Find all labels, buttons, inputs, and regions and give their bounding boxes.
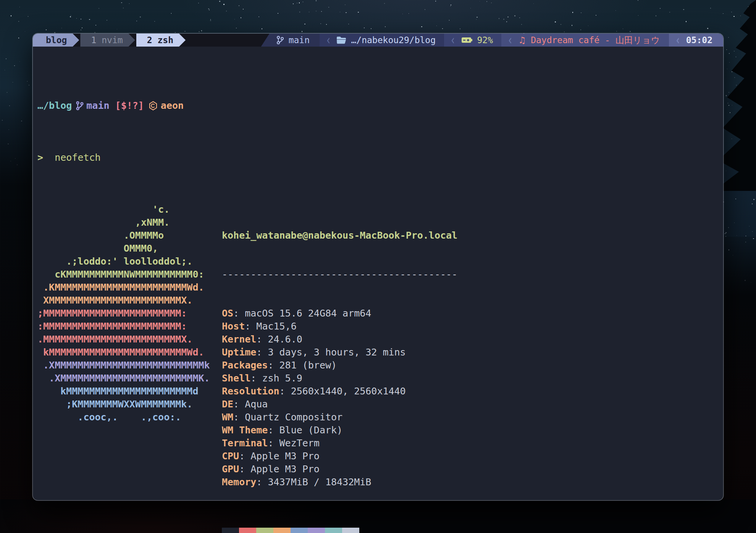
ascii-art-line: .;loddo:' loolloddol;. xyxy=(37,255,215,268)
cwd-text: …/nabekou29/blog xyxy=(351,34,436,47)
info-label: Uptime xyxy=(222,347,256,358)
prompt-symbol: > xyxy=(37,152,43,163)
info-value: zsh 5.9 xyxy=(262,373,302,384)
git-branch-icon xyxy=(76,101,84,111)
info-label: Kernel xyxy=(222,334,256,345)
ascii-art-line: 'c. xyxy=(37,203,215,216)
info-row: OS: macOS 15.6 24G84 arm64 xyxy=(222,307,457,320)
info-label: Packages xyxy=(222,360,268,371)
separator-chevron: ‹ xyxy=(675,34,680,47)
command-line: > neofetch xyxy=(37,151,718,164)
info-label: Resolution xyxy=(222,386,279,397)
dark-foliage-right xyxy=(719,237,756,533)
battery-percent: 92% xyxy=(477,34,493,47)
neofetch-output: 'c. ,xNMM. .OMMMMo OMMM0, .;loddo:' lool… xyxy=(37,203,718,533)
ascii-art-line: :MMMMMMMMMMMMMMMMMMMMMMMM: xyxy=(37,320,215,333)
battery-icon xyxy=(461,36,473,44)
palette-swatch xyxy=(222,528,239,533)
info-row: Packages: 281 (brew) xyxy=(222,359,457,372)
clock-text: 05:02 xyxy=(686,34,712,47)
info-row: CPU: Apple M3 Pro xyxy=(222,450,457,463)
neofetch-info: OS: macOS 15.6 24G84 arm64Host: Mac15,6K… xyxy=(222,307,457,489)
info-label: GPU xyxy=(222,464,239,475)
neofetch-info-column: kohei_watanabe@nabekous-MacBook-Pro.loca… xyxy=(222,203,457,533)
neofetch-color-palette xyxy=(222,528,457,533)
tab-blog[interactable]: blog xyxy=(33,34,79,47)
info-value: 3437MiB / 18432MiB xyxy=(268,476,371,488)
terminal-window: blog 1 nvim 2 zsh main ‹ xyxy=(33,34,723,500)
info-value: WezTerm xyxy=(279,438,320,449)
dark-foliage-left xyxy=(0,88,36,533)
info-label: Memory xyxy=(222,476,256,488)
music-note-icon: ♫ xyxy=(519,34,527,47)
git-branch-icon xyxy=(276,36,284,45)
prompt-context: aeon xyxy=(161,99,184,112)
ascii-art-line: .KMMMMMMMMMMMMMMMMMMMMMMMWd. xyxy=(37,281,215,294)
terminal-content[interactable]: …/blog main [$!?] aeon > neofetch 'c. ,x… xyxy=(33,47,723,533)
palette-swatch xyxy=(325,528,342,533)
ascii-art-line: ;MMMMMMMMMMMMMMMMMMMMMMMM: xyxy=(37,307,215,320)
palette-swatch xyxy=(239,528,256,533)
status-git-branch: main xyxy=(261,34,320,47)
prompt-git-status: [$!?] xyxy=(115,99,144,112)
info-label: OS xyxy=(222,308,233,319)
status-battery: ‹ 92% xyxy=(444,34,501,47)
palette-swatch xyxy=(308,528,325,533)
status-bar: main ‹ …/nabekou29/blog ‹ 9 xyxy=(261,34,723,47)
ascii-art-line: XMMMMMMMMMMMMMMMMMMMMMMMX. xyxy=(37,294,215,307)
info-label: DE xyxy=(222,399,233,410)
info-row: Host: Mac15,6 xyxy=(222,320,457,333)
tab-index: 2 xyxy=(147,34,152,47)
tab-index: 1 xyxy=(91,34,96,47)
ascii-art-line: .MMMMMMMMMMMMMMMMMMMMMMMMX. xyxy=(37,333,215,346)
palette-swatch xyxy=(273,528,291,533)
info-value: Mac15,6 xyxy=(256,321,296,332)
info-row: Resolution: 2560x1440, 2560x1440 xyxy=(222,385,457,398)
info-row: WM: Quartz Compositor xyxy=(222,411,457,424)
status-clock: ‹ 05:02 xyxy=(669,34,723,47)
palette-swatch xyxy=(256,528,273,533)
info-row: Terminal: WezTerm xyxy=(222,437,457,450)
info-label: Terminal xyxy=(222,438,268,449)
palette-swatch xyxy=(291,528,308,533)
info-value: Blue (Dark) xyxy=(279,425,343,436)
info-row: Uptime: 3 days, 3 hours, 32 mins xyxy=(222,346,457,359)
info-value: Apple M3 Pro xyxy=(250,464,320,475)
tab-label: nvim xyxy=(102,34,123,47)
prompt-path: …/blog xyxy=(37,99,72,112)
ascii-art-line: .OMMMMo xyxy=(37,229,215,242)
neofetch-user-host: kohei_watanabe@nabekous-MacBook-Pro.loca… xyxy=(222,229,457,242)
track-title: Daydream café - 山田リョウ xyxy=(531,34,660,47)
status-cwd: ‹ …/nabekou29/blog xyxy=(320,34,444,47)
neofetch-separator: ----------------------------------------… xyxy=(222,268,457,281)
folder-icon xyxy=(336,36,346,44)
ascii-art-line: cKMMMMMMMMMMNWMMMMMMMMMM0: xyxy=(37,268,215,281)
ascii-art-line: kMMMMMMMMMMMMMMMMMMMMMMd xyxy=(37,385,215,398)
info-label: Shell xyxy=(222,373,250,384)
neofetch-ascii-logo: 'c. ,xNMM. .OMMMMo OMMM0, .;loddo:' lool… xyxy=(37,203,215,533)
branch-name: main xyxy=(289,34,310,47)
ascii-art-line: .XMMMMMMMMMMMMMMMMMMMMMMMMMMk xyxy=(37,359,215,372)
tab-zsh[interactable]: 2 zsh xyxy=(136,34,186,47)
tab-nvim[interactable]: 1 nvim xyxy=(80,34,135,47)
tab-bar: blog 1 nvim 2 zsh main ‹ xyxy=(33,34,723,47)
info-value: 2560x1440, 2560x1440 xyxy=(291,386,406,397)
tab-label: blog xyxy=(46,34,67,47)
info-row: Kernel: 24.6.0 xyxy=(222,333,457,346)
info-value: Quartz Compositor xyxy=(245,412,342,423)
info-row: Memory: 3437MiB / 18432MiB xyxy=(222,476,457,489)
ascii-art-line: OMMM0, xyxy=(37,242,215,255)
ascii-art-line: .XMMMMMMMMMMMMMMMMMMMMMMMMK. xyxy=(37,372,215,385)
palette-swatch xyxy=(342,528,359,533)
prompt-line-1: …/blog main [$!?] aeon xyxy=(37,99,718,112)
info-value: 3 days, 3 hours, 32 mins xyxy=(268,347,405,358)
info-value: 24.6.0 xyxy=(268,334,302,345)
info-label: WM Theme xyxy=(222,425,268,436)
info-label: CPU xyxy=(222,451,239,462)
ascii-art-line: ,xNMM. xyxy=(37,216,215,229)
info-label: Host xyxy=(222,321,245,332)
info-row: DE: Aqua xyxy=(222,398,457,411)
info-row: GPU: Apple M3 Pro xyxy=(222,463,457,476)
info-value: macOS 15.6 24G84 arm64 xyxy=(245,308,371,319)
prompt-branch: main xyxy=(86,99,109,112)
